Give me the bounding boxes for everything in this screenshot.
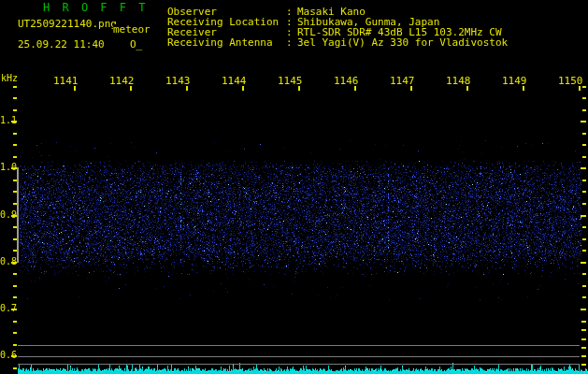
y-axis-tick [582,109,586,111]
amplitude-scale-tick [581,355,586,357]
y-axis-tick [13,344,17,346]
echo-counter: O_ [130,39,142,50]
y-axis-tick [13,296,17,298]
amplitude-scale-tick [581,329,586,331]
y-axis-tick [582,296,586,298]
station-label: meteor [113,24,151,36]
app-title: H R O F F T [43,2,148,13]
y-axis-tick [582,133,586,135]
y-axis-tick [581,121,586,122]
y-axis-tick [13,156,17,158]
y-axis-tick [582,180,586,181]
y-tick-label: 0.6 [0,351,17,360]
y-axis-tick [13,367,17,369]
amplitude-scale-tick [581,347,586,349]
amplitude-scale-tick [581,338,586,340]
y-axis-tick [581,309,586,310]
y-axis-tick [582,238,586,240]
x-tick-label: 1143 [165,76,191,87]
y-axis-tick [13,97,17,99]
x-tick-label: 1145 [278,76,303,87]
hrofft-output-image: H R O F F T UT2509221140.png meteor 25.0… [0,0,588,374]
y-tick-label: 1.0 [0,163,17,172]
y-tick-label: 0.9 [0,210,17,220]
y-axis-tick [13,332,17,334]
x-tick-label: 1144 [222,76,247,87]
y-tick-label: 0.8 [0,257,17,266]
y-axis-unit-label: kHz [1,74,18,83]
y-axis-tick [582,144,586,146]
y-axis-tick [582,86,586,88]
x-tick-label: 1141 [53,76,79,87]
amplitude-reference-line [18,356,580,357]
y-axis-tick [581,215,586,217]
y-axis-tick [582,191,586,193]
x-tick-label: 1142 [109,76,135,87]
y-axis-tick [581,167,586,169]
y-axis-tick [582,97,586,99]
y-axis-tick [582,226,586,228]
y-axis-tick [13,133,17,135]
y-axis-tick [13,285,17,287]
x-tick-label: 1149 [502,76,527,87]
field-value-receiving-antenna: 3el Yagi(V) Az 330 for Vladivostok [297,37,508,49]
filename: UT2509221140.png [18,19,117,30]
y-tick-label: 1.1 [0,116,17,125]
x-tick-label: 1148 [446,76,471,87]
axis-ticks-layer [0,0,588,374]
y-axis-tick [13,109,17,111]
amplitude-reference-line [18,345,580,346]
x-tick-label: 1147 [390,76,415,87]
x-tick-label: 1146 [334,76,359,87]
y-axis-tick [582,203,586,205]
y-axis-tick [13,86,17,88]
field-label-receiving-antenna: Receiving Antenna [167,37,273,49]
y-axis-tick [13,273,17,275]
y-axis-tick [13,321,17,323]
y-axis-tick [582,273,586,275]
y-tick-label: 0.7 [0,304,17,313]
y-axis-tick [582,156,586,158]
count-band-marker [17,167,19,263]
y-axis-tick [581,262,586,264]
datetime: 25.09.22 11:40 [18,39,105,50]
x-tick-label: 1150 [558,76,583,87]
amplitude-scale-tick [581,321,586,323]
field-colon: : [286,37,293,49]
y-axis-tick [13,144,17,146]
amplitude-scale-tick [581,364,586,366]
y-axis-tick [582,250,586,252]
amplitude-reference-line [18,364,580,365]
y-axis-tick [582,285,586,287]
